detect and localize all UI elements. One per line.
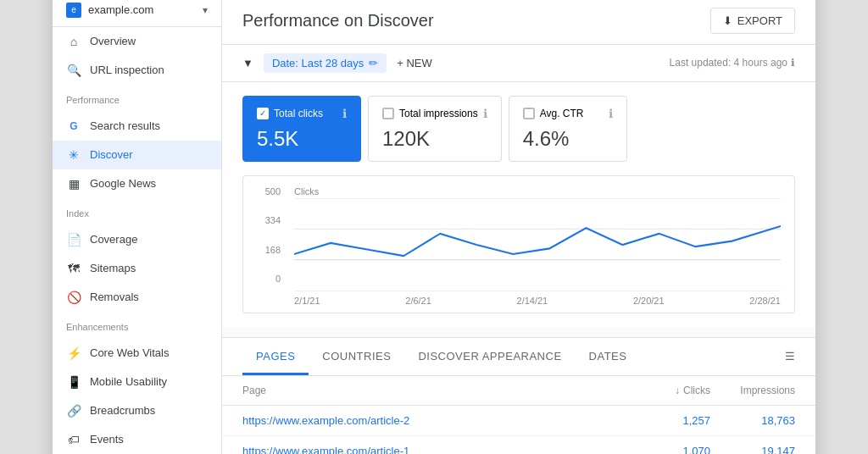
metric-header: Total clicks ℹ: [257, 107, 347, 120]
x-label: 2/20/21: [633, 296, 665, 306]
sidebar-item-mobile-usability[interactable]: 📱 Mobile Usability: [53, 368, 221, 396]
sidebar-item-coverage[interactable]: 📄 Coverage: [53, 225, 221, 254]
app-window: ☰ Google Search Console 🔍 ? 👤 🔔 ⊞ S e ex…: [53, 0, 815, 454]
main-layout: e example.com ▾ ⌂ Overview 🔍 URL inspect…: [53, 0, 815, 454]
tab-pages[interactable]: PAGES: [242, 338, 309, 375]
metric-header: Avg. CTR ℹ: [523, 107, 613, 120]
row-impressions[interactable]: 18,763: [710, 414, 795, 427]
last-updated: Last updated: 4 hours ago ℹ: [670, 57, 795, 69]
sort-icon[interactable]: ☰: [785, 350, 795, 363]
sidebar-item-url-inspection[interactable]: 🔍 URL inspection: [53, 56, 221, 85]
date-filter[interactable]: Date: Last 28 days ✏: [264, 53, 387, 73]
tabs-row: PAGES COUNTRIES DISCOVER APPEARANCE DATE…: [222, 338, 815, 376]
x-label: 2/6/21: [405, 296, 431, 306]
section-label: Index: [66, 208, 208, 219]
chart-y-title: Clicks: [294, 186, 781, 197]
section-label: Performance: [66, 95, 208, 105]
chart-container: 500 334 168 0 Clicks: [242, 175, 795, 313]
metric-checkbox: [523, 108, 535, 119]
export-icon: ⬇: [723, 14, 732, 27]
sidebar: e example.com ▾ ⌂ Overview 🔍 URL inspect…: [53, 0, 222, 454]
sidebar-section-index: Index: [53, 198, 221, 225]
sidebar-item-events[interactable]: 🏷 Events: [53, 425, 221, 454]
row-page[interactable]: https://www.example.com/article-1: [242, 445, 626, 455]
row-impressions[interactable]: 19,147: [710, 445, 795, 455]
sidebar-item-label: Google News: [90, 177, 156, 190]
chart-inner: 500 334 168 0 Clicks: [257, 186, 781, 306]
section-label: Enhancements: [66, 322, 208, 332]
x-label: 2/14/21: [517, 296, 548, 306]
col-header-page: Page: [242, 385, 626, 396]
x-label: 2/28/21: [749, 296, 781, 306]
sidebar-item-label: Discover: [90, 148, 133, 161]
sidebar-item-breadcrumbs[interactable]: 🔗 Breadcrumbs: [53, 396, 221, 425]
discover-icon: ✳: [66, 147, 81, 163]
chart-area: 500 334 168 0 Clicks: [222, 162, 815, 327]
data-table: Page ↓ Clicks Impressions https://www.ex…: [222, 376, 815, 455]
sitemaps-icon: 🗺: [66, 261, 81, 276]
events-icon: 🏷: [66, 432, 81, 447]
content-area: Performance on Discover ⬇ EXPORT ▼ Date:…: [222, 0, 815, 454]
export-label: EXPORT: [737, 14, 782, 27]
core-web-vitals-icon: ⚡: [66, 346, 81, 361]
metric-label: Total clicks: [274, 108, 323, 119]
metric-total-impressions[interactable]: Total impressions ℹ 120K: [368, 96, 502, 162]
table-header: Page ↓ Clicks Impressions: [222, 376, 815, 406]
table-row: https://www.example.com/article-1 1,070 …: [222, 436, 815, 455]
row-clicks[interactable]: 1,257: [626, 414, 710, 427]
mobile-usability-icon: 📱: [66, 374, 81, 390]
search-results-icon: G: [66, 119, 81, 134]
sidebar-item-label: Mobile Usability: [90, 375, 167, 388]
last-updated-text: Last updated: 4 hours ago: [670, 57, 787, 69]
property-selector[interactable]: e example.com ▾: [53, 0, 221, 27]
col-header-clicks[interactable]: ↓ Clicks: [626, 385, 710, 396]
tab-discover-appearance[interactable]: DISCOVER APPEARANCE: [404, 338, 575, 375]
sidebar-item-search-results[interactable]: G Search results: [53, 112, 221, 141]
chart-svg-container: Clicks: [294, 186, 781, 306]
sidebar-item-discover[interactable]: ✳ Discover: [53, 141, 221, 169]
sidebar-section-performance: Performance: [53, 85, 221, 112]
coverage-icon: 📄: [66, 232, 81, 247]
sidebar-item-label: Overview: [90, 35, 136, 47]
info-icon: ℹ: [609, 107, 613, 120]
col-header-impressions: Impressions: [710, 385, 795, 396]
metric-avg-ctr[interactable]: Avg. CTR ℹ 4.6%: [509, 96, 627, 162]
metric-label: Total impressions: [399, 108, 478, 119]
tab-dates[interactable]: DATES: [576, 338, 641, 375]
y-label-bottom: 0: [257, 274, 281, 284]
sort-down-icon: ↓: [675, 385, 680, 396]
metric-label: Avg. CTR: [540, 108, 584, 119]
sidebar-item-label: Core Web Vitals: [90, 346, 169, 359]
tab-countries[interactable]: COUNTRIES: [309, 338, 404, 375]
removals-icon: 🚫: [66, 290, 81, 305]
row-clicks[interactable]: 1,070: [626, 445, 710, 455]
y-label-mid1: 334: [257, 215, 281, 225]
sidebar-item-removals[interactable]: 🚫 Removals: [53, 283, 221, 312]
sidebar-item-google-news[interactable]: ▦ Google News: [53, 169, 221, 198]
sidebar-item-label: Search results: [90, 119, 160, 132]
property-icon: e: [66, 3, 81, 18]
sidebar-section-enhancements: Enhancements: [53, 312, 221, 339]
sidebar-item-core-web-vitals[interactable]: ⚡ Core Web Vitals: [53, 339, 221, 368]
sidebar-item-overview[interactable]: ⌂ Overview: [53, 27, 221, 56]
new-label: + NEW: [397, 57, 432, 69]
sidebar-item-sitemaps[interactable]: 🗺 Sitemaps: [53, 254, 221, 283]
sidebar-item-label: Breadcrumbs: [90, 404, 155, 417]
home-icon: ⌂: [66, 34, 81, 49]
content-header: Performance on Discover ⬇ EXPORT: [222, 0, 815, 45]
metric-total-clicks[interactable]: Total clicks ℹ 5.5K: [242, 96, 361, 162]
breadcrumbs-icon: 🔗: [66, 403, 81, 418]
sidebar-item-label: Sitemaps: [90, 262, 136, 274]
y-label-mid2: 168: [257, 245, 281, 255]
page-title: Performance on Discover: [242, 11, 710, 30]
sidebar-item-label: URL inspection: [90, 64, 164, 76]
export-button[interactable]: ⬇ EXPORT: [710, 8, 795, 34]
filters-bar: ▼ Date: Last 28 days ✏ + NEW Last update…: [222, 45, 815, 82]
sidebar-item-label: Removals: [90, 291, 139, 303]
metric-value: 120K: [382, 127, 487, 151]
clicks-label: Clicks: [683, 385, 710, 396]
row-page[interactable]: https://www.example.com/article-2: [242, 414, 626, 427]
new-button[interactable]: + NEW: [397, 57, 432, 69]
filter-button[interactable]: ▼: [242, 57, 253, 69]
metric-header: Total impressions ℹ: [382, 107, 487, 120]
